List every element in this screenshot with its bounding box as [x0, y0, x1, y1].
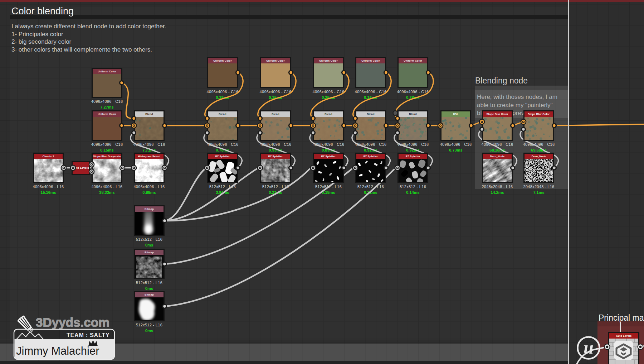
svg-text:u: u — [584, 337, 594, 358]
